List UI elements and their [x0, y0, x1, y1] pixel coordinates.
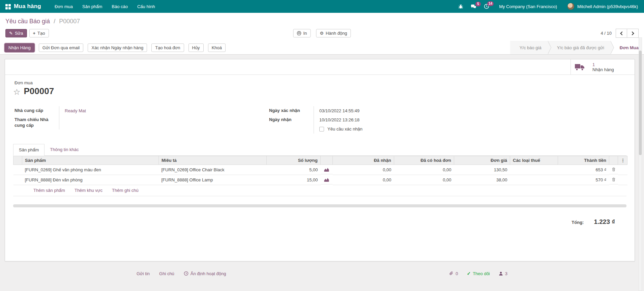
- forecast-chart-icon[interactable]: [324, 168, 329, 172]
- attachments-count: 0: [456, 271, 458, 276]
- cell-subtotal: 653 ₫: [558, 165, 609, 175]
- menu-configuration[interactable]: Cấu hình: [133, 0, 160, 13]
- vendor-reference-value[interactable]: [59, 115, 268, 129]
- document-type-label: Đơn mua: [14, 80, 626, 85]
- optional-columns-toggle-icon[interactable]: ⋮: [618, 156, 627, 165]
- col-product[interactable]: Sản phẩm: [22, 156, 159, 165]
- delete-row-icon[interactable]: [612, 177, 615, 182]
- attachments-button[interactable]: 0: [449, 271, 458, 276]
- breadcrumb-parent[interactable]: Yêu cầu Báo giá: [5, 18, 50, 25]
- breadcrumb-separator: /: [52, 18, 57, 25]
- cell-description: [FURN_0269] Office Chair Black: [159, 165, 267, 175]
- page-title: P00007: [24, 86, 54, 96]
- vendor-label: Nhà cung cấp: [13, 106, 59, 115]
- cell-billed: 0,00: [394, 175, 454, 185]
- action-button-label: Hành động: [326, 31, 347, 36]
- order-total: Tổng: 1.223 ₫: [13, 218, 626, 226]
- receipt-smart-button[interactable]: 1 Nhận hàng: [570, 59, 635, 75]
- scrollbar-thumb[interactable]: [639, 51, 642, 155]
- cell-product: [FURN_0269] Ghế văn phòng màu đen: [22, 165, 159, 175]
- messages-icon[interactable]: 5: [468, 2, 479, 11]
- add-product-link[interactable]: Thêm sản phẩm: [33, 188, 65, 193]
- action-button[interactable]: ⚙ Hành động: [316, 29, 351, 37]
- lock-button[interactable]: Khoá: [208, 43, 226, 52]
- favorite-star-icon[interactable]: ☆: [13, 88, 21, 96]
- forecast-chart-icon[interactable]: [324, 178, 329, 182]
- receipt-count: 1: [592, 62, 614, 67]
- debug-bug-icon[interactable]: [455, 2, 466, 11]
- chatter-topbar: Gửi tin Ghi chú Ấn định hoạt động 0 ✓ Th…: [137, 271, 507, 276]
- vendor-value[interactable]: Ready Mat: [59, 106, 268, 115]
- edit-button-label: Sửa: [15, 31, 23, 36]
- truck-icon: [575, 63, 585, 71]
- table-header-row: Sản phẩm Miêu tả Số lượng Đã nhận Đã có …: [13, 156, 627, 165]
- order-line-row[interactable]: [FURN_8888] Đèn văn phòng [FURN_8888] Of…: [13, 175, 627, 185]
- total-value: 1.223 ₫: [594, 218, 615, 226]
- menu-reporting[interactable]: Báo cáo: [107, 0, 133, 13]
- ask-confirmation-checkbox[interactable]: [319, 127, 324, 132]
- cell-received: 0,00: [333, 165, 394, 175]
- status-step-rfq[interactable]: Y/c báo giá: [510, 41, 548, 54]
- company-switcher[interactable]: My Company (San Francisco): [494, 4, 562, 9]
- create-button-label: Tạo: [37, 31, 45, 36]
- pager-previous-button[interactable]: [616, 29, 627, 38]
- col-delete: [609, 156, 618, 165]
- cancel-button[interactable]: Hủy: [188, 43, 204, 52]
- col-billed[interactable]: Đã có hoá đơn: [394, 156, 454, 165]
- field-groups: Nhà cung cấp Ready Mat Tham chiếu Nhà cu…: [13, 106, 626, 134]
- pager: 4 / 10: [601, 29, 639, 38]
- order-line-row[interactable]: [FURN_0269] Ghế văn phòng màu đen [FURN_…: [13, 165, 627, 175]
- main-menu: Đơn mua Sản phẩm Báo cáo Cấu hình: [50, 0, 160, 13]
- status-step-rfq-sent[interactable]: Y/c báo giá đã được gửi: [548, 41, 610, 54]
- apps-menu-icon[interactable]: [5, 4, 10, 9]
- main-content: 1 Nhận hàng Đơn mua ☆ P00007 Nhà cung cấ…: [0, 59, 644, 276]
- delete-row-icon[interactable]: [612, 167, 615, 172]
- vertical-scrollbar[interactable]: [639, 37, 642, 291]
- activities-clock-icon[interactable]: 14: [481, 2, 492, 11]
- follow-button[interactable]: ✓ Theo dõi: [467, 271, 490, 276]
- confirm-receipt-date-button[interactable]: Xác nhận Ngày nhận hàng: [88, 43, 147, 52]
- breadcrumb: Yêu cầu Báo giá / P00007: [0, 13, 644, 26]
- form-sheet: 1 Nhận hàng Đơn mua ☆ P00007 Nhà cung cấ…: [5, 59, 635, 261]
- schedule-activity-button[interactable]: Ấn định hoạt động: [184, 271, 226, 276]
- notebook-tabs: Sản phẩm Thông tin khác: [13, 144, 626, 156]
- col-quantity[interactable]: Số lượng: [267, 156, 321, 165]
- send-by-email-button[interactable]: Gửi Đơn qua email: [39, 43, 83, 52]
- navbar-systray: 5 14 My Company (San Francisco) Mitchell…: [455, 2, 641, 11]
- breadcrumb-current: P00007: [59, 18, 80, 25]
- receive-products-button[interactable]: Nhận Hàng: [5, 43, 34, 52]
- receipt-date-value: 10/10/2022 13:26:18: [314, 115, 457, 124]
- send-message-button[interactable]: Gửi tin: [137, 271, 150, 276]
- menu-products[interactable]: Sản phẩm: [78, 0, 107, 13]
- col-subtotal[interactable]: Thành tiền: [558, 156, 609, 165]
- col-description[interactable]: Miêu tả: [159, 156, 267, 165]
- app-name[interactable]: Mua hàng: [14, 3, 41, 10]
- cell-quantity: 15,00: [267, 175, 321, 185]
- pager-next-button[interactable]: [627, 29, 639, 38]
- total-label: Tổng:: [572, 220, 584, 225]
- print-button[interactable]: In: [293, 29, 311, 37]
- add-section-link[interactable]: Thêm khu vực: [75, 188, 103, 193]
- create-bill-button[interactable]: Tạo hoá đơn: [151, 43, 184, 52]
- receipt-date-label: Ngày nhận: [268, 115, 314, 124]
- menu-orders[interactable]: Đơn mua: [50, 0, 78, 13]
- col-received[interactable]: Đã nhận: [333, 156, 394, 165]
- add-note-link[interactable]: Thêm ghi chú: [112, 188, 139, 193]
- list-add-links: Thêm sản phẩm Thêm khu vực Thêm ghi chú: [13, 185, 626, 196]
- cell-billed: 0,00: [394, 165, 454, 175]
- col-unit-price[interactable]: Đơn giá: [454, 156, 510, 165]
- create-button[interactable]: + Tạo: [29, 29, 49, 37]
- followers-count: 3: [505, 271, 507, 276]
- tab-other-info[interactable]: Thông tin khác: [45, 144, 84, 156]
- user-menu[interactable]: Mitchell Admin (p539vbqvs46k): [564, 3, 641, 10]
- form-statusbar: Nhận Hàng Gửi Đơn qua email Xác nhận Ngà…: [0, 41, 644, 55]
- smart-button-box: 1 Nhận hàng: [5, 59, 635, 75]
- cell-taxes: [510, 175, 558, 185]
- cell-unit-price: 38,00: [454, 175, 510, 185]
- log-note-button[interactable]: Ghi chú: [159, 271, 174, 276]
- tab-products[interactable]: Sản phẩm: [13, 144, 45, 156]
- horizontal-scrollbar[interactable]: [13, 204, 626, 207]
- col-taxes[interactable]: Các loại thuế: [510, 156, 558, 165]
- edit-button[interactable]: ✎ Sửa: [5, 29, 27, 37]
- followers-button[interactable]: 3: [499, 271, 507, 276]
